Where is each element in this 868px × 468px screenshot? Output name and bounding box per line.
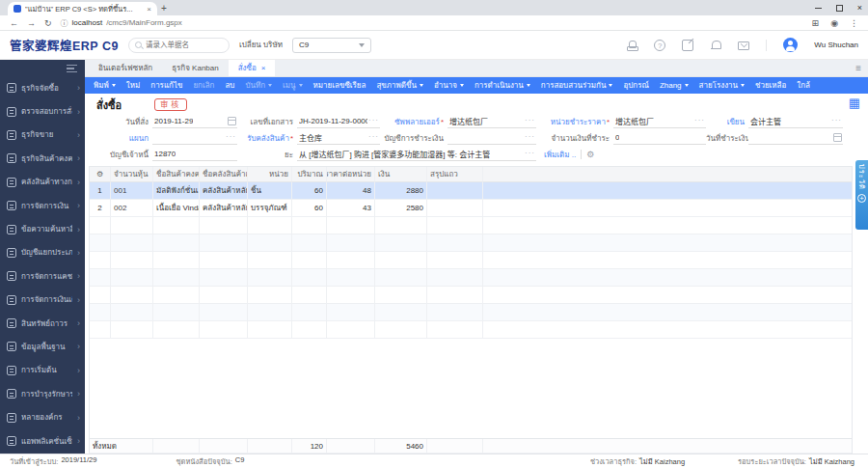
sidebar-item[interactable]: การจัดการเงิน› bbox=[0, 194, 85, 217]
column-header[interactable]: เงิน bbox=[375, 167, 427, 182]
sidebar-item[interactable]: ข้อมูลพื้นฐาน› bbox=[0, 335, 85, 358]
company-select[interactable]: C9 bbox=[292, 38, 371, 53]
sidebar-item[interactable]: บัญชีแยกประเภททั่วไป› bbox=[0, 241, 85, 264]
paid-amount-field[interactable]: 0 bbox=[613, 131, 706, 145]
sidebar-item[interactable]: การบำรุงรักษาระบบ› bbox=[0, 382, 85, 405]
writer-field[interactable]: 会计主管··· bbox=[748, 115, 843, 128]
toolbar-item[interactable]: สุขภาพดีขึ้น bbox=[376, 79, 423, 92]
extensions-icon[interactable]: ⊞ bbox=[812, 18, 820, 28]
sidebar-item[interactable]: การเริ่มต้น› bbox=[0, 359, 85, 382]
pay-unit-label[interactable]: หน่วยชำระราคา bbox=[536, 116, 613, 128]
sidebar-item[interactable]: หลายองค์กร› bbox=[0, 405, 85, 428]
warehouse-field[interactable]: 主仓库··· bbox=[297, 131, 380, 145]
mail-icon[interactable] bbox=[738, 41, 749, 50]
sidebar-item[interactable]: คลังสินค้าทางกายภาพ› bbox=[0, 171, 85, 194]
sidebar-item[interactable]: ข้อความค้นหาอื่น ๆ› bbox=[0, 217, 85, 240]
pay-date-field[interactable] bbox=[748, 131, 843, 145]
warehouse-label[interactable]: รับคลังสินค้า bbox=[237, 132, 297, 145]
forward-icon[interactable]: → bbox=[27, 18, 36, 28]
info-icon[interactable]: ⓘ bbox=[61, 17, 68, 28]
sidebar-item[interactable]: ตรวจสอบการสั่งซื้อ› bbox=[0, 99, 85, 123]
profile-icon[interactable]: ◉ bbox=[830, 18, 838, 28]
toolbar-item[interactable]: การสอบสวนร่วมกัน bbox=[541, 79, 613, 92]
toolbar-item[interactable]: การแก้ไข bbox=[150, 79, 182, 92]
sidebar-item[interactable]: แอพพลิเคชั่นเซ็นเตอร์› bbox=[0, 429, 85, 453]
toolbar-item[interactable]: อำนาจ bbox=[434, 79, 464, 92]
ellipsis-icon[interactable]: ··· bbox=[525, 132, 535, 141]
browser-tab[interactable]: "แม่บ้าน" ERP C9 <S> ทดที่ขึ้นร... × bbox=[8, 2, 157, 15]
doc-tab[interactable]: อินเตอร์เฟซหลัก bbox=[89, 60, 162, 76]
tab-close-icon[interactable]: × bbox=[147, 5, 151, 14]
writer-label[interactable]: เขียน bbox=[706, 116, 748, 128]
sidebar-item[interactable]: การจัดการแคชเชียร์› bbox=[0, 264, 85, 288]
reload-icon[interactable]: ↻ bbox=[44, 18, 52, 28]
order-date-field[interactable]: 2019-11-29 bbox=[152, 115, 237, 128]
minimize-icon[interactable] bbox=[815, 8, 822, 9]
doc-no-field[interactable]: JH-2019-11-29-00004··· bbox=[297, 115, 380, 128]
toolbar-item[interactable]: ช่วยเหลือ bbox=[755, 79, 786, 92]
ellipsis-icon[interactable]: ··· bbox=[694, 116, 705, 124]
ellipsis-icon[interactable]: ··· bbox=[525, 149, 535, 157]
toolbar-item[interactable]: อุปกรณ์ bbox=[623, 79, 648, 92]
back-icon[interactable]: ← bbox=[10, 18, 18, 28]
maximize-icon[interactable] bbox=[836, 5, 843, 12]
toolbar-item[interactable]: ใกล้ bbox=[797, 79, 810, 92]
payment-account-field[interactable]: ··· bbox=[448, 131, 536, 145]
qr-code-icon[interactable]: ▦ bbox=[849, 96, 860, 109]
stamp-icon[interactable] bbox=[626, 40, 637, 51]
department-field[interactable]: ··· bbox=[152, 131, 237, 145]
ellipsis-icon[interactable]: ··· bbox=[525, 116, 535, 124]
toolbar-item[interactable]: การดำเนินงาน bbox=[475, 79, 530, 92]
department-label[interactable]: แผนก bbox=[96, 132, 152, 145]
sidebar-item[interactable]: ธุรกิจจัดซื้อ› bbox=[0, 76, 85, 99]
sidebar-collapse-icon[interactable] bbox=[67, 65, 77, 72]
table-row[interactable]: 1001มัลติฟังก์ชั่นเ...คลังสินค้าหลักชิ้น… bbox=[90, 182, 852, 200]
table-row[interactable]: 2002เนื้อเยื่อ Vindaคลังสินค้าหลักบรรจุภ… bbox=[90, 200, 852, 217]
search-input[interactable] bbox=[146, 41, 213, 49]
calendar-icon[interactable] bbox=[228, 117, 236, 125]
help-icon[interactable] bbox=[654, 40, 665, 51]
more-link[interactable]: เพิ่มเติม .. bbox=[544, 149, 576, 161]
payable-field[interactable]: 12870 bbox=[152, 148, 237, 161]
doc-tab[interactable]: สั่งซื้อ× bbox=[229, 60, 276, 76]
toolbar-item[interactable]: Zhang bbox=[660, 81, 689, 90]
toolbar-item[interactable]: พิมพ์ bbox=[94, 79, 116, 92]
column-header[interactable]: ชื่อสินค้าคงคลัง.. bbox=[153, 167, 200, 182]
note-icon[interactable] bbox=[682, 40, 693, 51]
close-icon[interactable]: × bbox=[261, 64, 266, 72]
close-icon[interactable]: × bbox=[857, 5, 862, 12]
sidebar-item[interactable]: ธุรกิจสินค้าคงคลัง› bbox=[0, 147, 85, 170]
column-header[interactable]: หน่วย bbox=[248, 167, 292, 182]
calendar-icon[interactable] bbox=[833, 133, 842, 142]
search-box[interactable] bbox=[128, 38, 230, 53]
url-bar[interactable]: ⓘ localhost/cmc9/MainForm.gspx bbox=[61, 17, 182, 28]
sidebar-item[interactable]: การจัดการเงินเดือน› bbox=[0, 289, 85, 312]
toolbar-item[interactable]: ใหม่ bbox=[126, 79, 140, 92]
doc-tab[interactable]: ธุรกิจ Kanban bbox=[162, 60, 229, 76]
ellipsis-icon[interactable]: ··· bbox=[226, 132, 236, 141]
summary-field[interactable]: 从 [增达纸包厂] 购进 [管家婆多功能加湿器] 等: 会计主管··· bbox=[297, 148, 536, 161]
ellipsis-icon[interactable]: ··· bbox=[368, 116, 379, 124]
column-header[interactable]: ชื่อคลังสินค้าแบบ bbox=[200, 167, 248, 182]
column-settings-gear-icon[interactable]: ⚙ bbox=[90, 167, 111, 182]
pay-unit-field[interactable]: 增达纸包厂··· bbox=[613, 115, 706, 128]
ellipsis-icon[interactable]: ··· bbox=[368, 132, 379, 141]
column-header[interactable]: จำนวนหุ้น bbox=[111, 167, 153, 182]
toolbar-item[interactable]: หมายเลขซีเรียล bbox=[313, 79, 366, 92]
column-header[interactable]: สรุปแถว bbox=[427, 167, 483, 182]
new-tab-button[interactable]: + bbox=[157, 2, 171, 15]
avatar[interactable] bbox=[783, 38, 798, 52]
toolbar-item[interactable]: สายโรงงาน bbox=[699, 79, 745, 92]
browser-menu-icon[interactable]: ⋮ bbox=[850, 18, 858, 28]
bell-icon[interactable] bbox=[710, 40, 721, 51]
side-panel-tab[interactable]: ประวัติ + bbox=[855, 160, 868, 230]
ellipsis-icon[interactable]: ··· bbox=[831, 116, 842, 124]
tab-menu-icon[interactable]: ≡ bbox=[855, 64, 861, 73]
supplier-label[interactable]: ซัพพลายเออร์ bbox=[380, 116, 448, 128]
gear-icon[interactable]: ⚙ bbox=[586, 150, 594, 159]
supplier-field[interactable]: 增达纸包厂··· bbox=[448, 115, 536, 128]
column-header[interactable]: ปริมาณ bbox=[292, 167, 327, 182]
column-header[interactable]: ราคาต่อหน่วย bbox=[327, 167, 375, 182]
sidebar-item[interactable]: ธุรกิจขาย› bbox=[0, 124, 85, 147]
toolbar-item[interactable]: ลบ bbox=[225, 79, 234, 92]
